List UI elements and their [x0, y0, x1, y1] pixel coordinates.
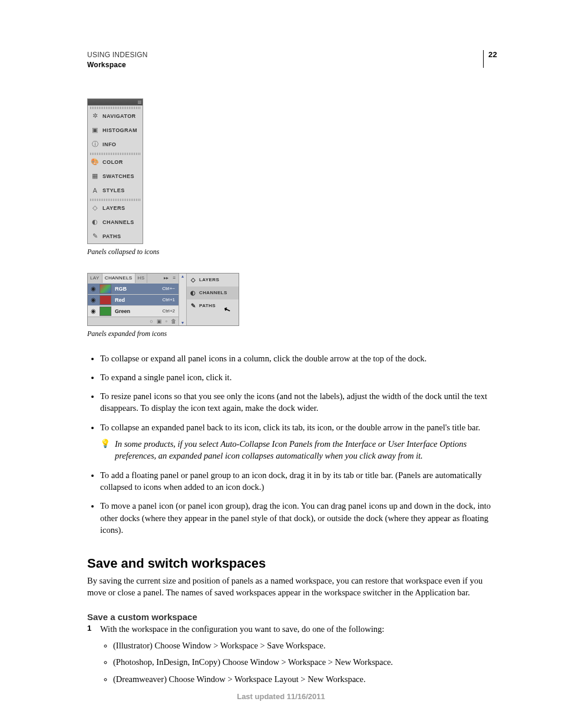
tab-channels: CHANNELS	[103, 274, 135, 283]
panel-label: SWATCHES	[103, 173, 134, 179]
panel-label: LAYERS	[103, 205, 125, 211]
list-item: (Dreamweaver) Choose Window > Workspace …	[113, 673, 497, 685]
layers-icon: ◇	[91, 204, 99, 212]
mini-label: PATHS	[199, 303, 216, 308]
collapse-arrow-icon: ▸▸	[162, 274, 170, 283]
channels-icon: ◐	[91, 218, 99, 226]
channel-shortcut: Ctrl+1	[162, 297, 178, 302]
subsection-heading: Save a custom workspace	[87, 612, 497, 622]
step-item: With the workspace in the configuration …	[87, 623, 497, 685]
panel-footer: ○ ▣ ▫ 🗑	[88, 317, 178, 325]
list-item: To expand a single panel icon, click it.	[100, 371, 497, 383]
histogram-icon: ▣	[91, 126, 99, 134]
figure-caption: Panels collapsed to icons	[87, 248, 497, 256]
list-text: To collapse an expanded panel back to it…	[100, 423, 480, 432]
collapsed-panel-dock: ✲ NAVIGATOR ▣ HISTOGRAM ⓘ INFO 🎨 COLOR ▦…	[87, 98, 143, 244]
list-item: To collapse or expand all panel icons in…	[100, 353, 497, 364]
list-item: (Illustrator) Choose Window > Workspace …	[113, 640, 497, 651]
panel-item-swatches: ▦ SWATCHES	[88, 169, 143, 183]
mini-item-channels: ◐ CHANNELS	[187, 286, 239, 299]
trash-icon: 🗑	[171, 318, 176, 324]
color-icon: 🎨	[91, 158, 99, 166]
panel-tabs: LAY CHANNELS HS ▸▸ ≡	[88, 274, 178, 283]
expanded-panel-figure: LAY CHANNELS HS ▸▸ ≡ ◉ RGB Ctrl+~ ◉ Red	[87, 273, 239, 326]
mini-label: CHANNELS	[199, 290, 227, 295]
channel-label: RGB	[113, 286, 162, 292]
visibility-icon: ◉	[88, 297, 98, 303]
navigator-icon: ✲	[91, 112, 99, 120]
cursor-icon: ↖	[222, 304, 232, 314]
figure-caption: Panels expanded from icons	[87, 330, 497, 338]
styles-icon: A	[91, 186, 99, 194]
tab-paths: HS	[135, 274, 148, 283]
body-paragraph: By saving the current size and position …	[87, 575, 497, 599]
list-item: To add a floating panel or panel group t…	[100, 469, 497, 493]
panel-item-paths: ✎ PATHS	[88, 229, 143, 243]
panel-item-channels: ◐ CHANNELS	[88, 215, 143, 229]
panel-item-navigator: ✲ NAVIGATOR	[88, 109, 143, 123]
channel-shortcut: Ctrl+~	[162, 286, 178, 291]
section-title: Workspace	[87, 60, 483, 70]
instruction-list: To collapse or expand all panel icons in…	[87, 353, 497, 536]
panel-label: INFO	[103, 141, 116, 147]
panel-label: NAVIGATOR	[103, 113, 136, 119]
option-list: (Illustrator) Choose Window > Workspace …	[100, 640, 497, 685]
scroll-up-icon: ▴	[181, 274, 184, 279]
panel-item-info: ⓘ INFO	[88, 137, 143, 151]
list-item: (Photoshop, InDesign, InCopy) Choose Win…	[113, 656, 497, 668]
scroll-down-icon: ▾	[181, 320, 184, 325]
footer-icon: ○	[150, 318, 153, 324]
channel-row-green: ◉ Green Ctrl+2	[88, 305, 178, 317]
footer-icon: ▣	[157, 318, 162, 324]
channel-label: Red	[113, 297, 162, 303]
panel-label: COLOR	[103, 159, 123, 165]
panel-item-histogram: ▣ HISTOGRAM	[88, 123, 143, 137]
footer-icon: ▫	[166, 318, 167, 324]
page-footer: Last updated 11/16/2011	[0, 692, 562, 701]
channel-swatch	[100, 295, 111, 305]
channel-label: Green	[113, 308, 162, 314]
section-heading: Save and switch workspaces	[87, 556, 497, 571]
channel-row-rgb: ◉ RGB Ctrl+~	[88, 283, 178, 294]
mini-item-layers: ◇ LAYERS	[187, 274, 239, 286]
channels-icon: ◐	[190, 289, 197, 297]
paths-icon: ✎	[91, 232, 99, 240]
tab-layers: LAY	[88, 274, 103, 283]
tip-note: 💡 In some products, if you select Auto-C…	[100, 438, 497, 462]
list-item: To resize panel icons so that you see on…	[100, 390, 497, 414]
panel-label: PATHS	[103, 233, 121, 239]
panel-label: CHANNELS	[103, 219, 134, 225]
page-number: 22	[483, 50, 497, 68]
step-list: With the workspace in the configuration …	[87, 623, 497, 685]
list-item: To move a panel icon (or panel icon grou…	[100, 500, 497, 536]
panel-item-color: 🎨 COLOR	[88, 155, 143, 169]
panel-item-layers: ◇ LAYERS	[88, 201, 143, 215]
layers-icon: ◇	[190, 276, 197, 284]
panel-scrollbar: ▴ ▾	[178, 274, 186, 325]
list-item: To collapse an expanded panel back to it…	[100, 421, 497, 462]
panel-item-styles: A STYLES	[88, 183, 143, 197]
chapter-title: USING INDESIGN	[87, 50, 483, 60]
visibility-icon: ◉	[88, 285, 98, 292]
info-icon: ⓘ	[91, 140, 99, 148]
mini-item-paths: ✎ PATHS ↖	[187, 299, 239, 312]
panel-label: HISTOGRAM	[103, 127, 137, 133]
visibility-icon: ◉	[88, 308, 98, 314]
channel-shortcut: Ctrl+2	[162, 308, 178, 314]
paths-icon: ✎	[190, 302, 197, 309]
mini-label: LAYERS	[199, 277, 219, 282]
tip-text: In some products, if you select Auto-Col…	[115, 438, 497, 462]
step-text: With the workspace in the configuration …	[100, 624, 384, 634]
page-header: USING INDESIGN Workspace 22	[87, 50, 497, 70]
channel-swatch	[100, 284, 111, 294]
panel-titlebar	[88, 99, 143, 106]
panel-menu-icon: ≡	[170, 274, 178, 283]
channel-row-red: ◉ Red Ctrl+1	[88, 294, 178, 305]
swatches-icon: ▦	[91, 172, 99, 180]
lightbulb-icon: 💡	[100, 438, 110, 462]
channel-swatch	[100, 307, 111, 316]
panel-label: STYLES	[103, 187, 125, 193]
